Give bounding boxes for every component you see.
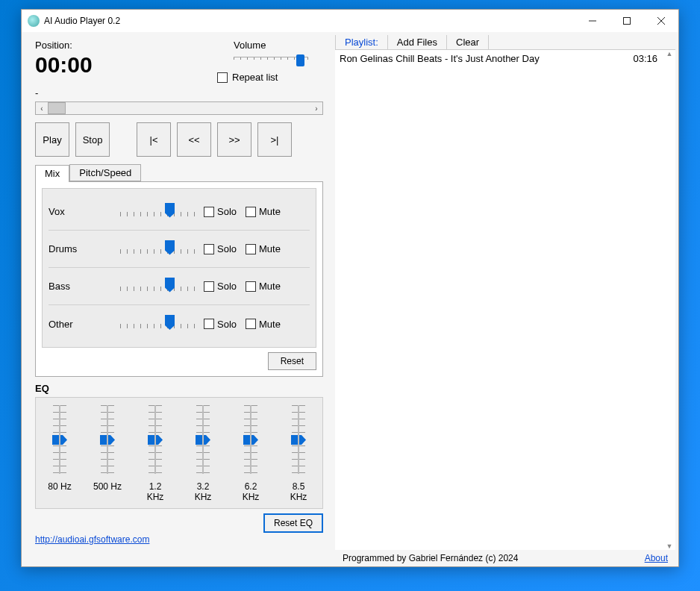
eq-panel: 80 Hz 500 Hz 1.2 KHz 3.2 KHz 6.2 KHz 8.5… bbox=[35, 397, 323, 509]
mix-slider-drums[interactable] bbox=[120, 239, 195, 260]
repeat-checkbox[interactable] bbox=[217, 72, 228, 83]
forward-button[interactable]: >> bbox=[217, 122, 251, 157]
mute-checkbox-drums[interactable] bbox=[246, 244, 256, 254]
reset-eq-button[interactable]: Reset EQ bbox=[263, 513, 323, 533]
solo-checkbox-vox[interactable] bbox=[204, 207, 214, 217]
solo-checkbox-other[interactable] bbox=[204, 319, 214, 329]
credit-text: Programmed by Gabriel Fernández (c) 2024 bbox=[343, 553, 518, 563]
window-title: AI Audio Player 0.2 bbox=[44, 16, 120, 26]
controls-panel: Position: 00:00 Volume Repeat list - bbox=[22, 32, 332, 566]
chevron-down-icon[interactable]: ▼ bbox=[666, 542, 673, 550]
mute-checkbox-vox[interactable] bbox=[246, 207, 256, 217]
app-window: AI Audio Player 0.2 Position: 00:00 Vol bbox=[21, 9, 679, 567]
eq-heading: EQ bbox=[35, 383, 323, 394]
minimize-button[interactable] bbox=[575, 10, 610, 32]
mix-slider-vox[interactable] bbox=[120, 201, 195, 222]
eq-slider-500hz[interactable] bbox=[93, 405, 122, 474]
about-link[interactable]: About bbox=[645, 553, 668, 563]
mix-label: Bass bbox=[49, 281, 116, 292]
eq-slider-1.2khz[interactable] bbox=[140, 405, 170, 474]
playlist-scrollbar[interactable]: ▲ ▼ bbox=[663, 50, 675, 550]
play-button[interactable]: Play bbox=[35, 122, 69, 157]
chevron-left-icon[interactable]: ‹ bbox=[36, 104, 48, 113]
add-files-button[interactable]: Add Files bbox=[388, 35, 447, 49]
status-footer: Programmed by Gabriel Fernández (c) 2024… bbox=[335, 550, 675, 566]
playlist-panel: Playlist: Add Files Clear Ron Gelinas Ch… bbox=[332, 32, 678, 566]
eq-band-label: 8.5 KHz bbox=[284, 481, 313, 502]
mix-row-drums: Drums Solo Mute bbox=[49, 231, 310, 268]
titlebar: AI Audio Player 0.2 bbox=[22, 10, 678, 32]
playlist-item-duration: 03:16 bbox=[633, 53, 657, 64]
reset-mix-button[interactable]: Reset bbox=[268, 352, 316, 370]
svg-rect-1 bbox=[624, 18, 631, 25]
first-button[interactable]: |< bbox=[137, 122, 171, 157]
solo-checkbox-drums[interactable] bbox=[204, 244, 214, 254]
mute-checkbox-bass[interactable] bbox=[246, 281, 256, 292]
eq-band-label: 6.2 KHz bbox=[236, 481, 266, 502]
eq-band-label: 1.2 KHz bbox=[140, 481, 170, 502]
playlist-label: Playlist: bbox=[335, 35, 388, 49]
stop-button[interactable]: Stop bbox=[75, 122, 110, 157]
clear-playlist-button[interactable]: Clear bbox=[447, 35, 489, 49]
current-file-label: - bbox=[35, 87, 323, 98]
playlist-item-title: Ron Gelinas Chill Beats - It's Just Anot… bbox=[340, 53, 540, 64]
position-scrollbar[interactable]: ‹ › bbox=[35, 101, 323, 115]
mix-slider-other[interactable] bbox=[120, 313, 195, 334]
website-link[interactable]: http://audioai.gfsoftware.com bbox=[35, 534, 149, 545]
repeat-label: Repeat list bbox=[232, 72, 278, 83]
solo-checkbox-bass[interactable] bbox=[204, 281, 214, 292]
tab-pitch-speed[interactable]: Pitch/Speed bbox=[69, 164, 141, 181]
maximize-button[interactable] bbox=[610, 10, 644, 32]
mix-label: Other bbox=[49, 319, 116, 330]
mute-checkbox-other[interactable] bbox=[246, 319, 256, 329]
mix-panel: Vox Solo Mute Drums Solo Mute Bass bbox=[35, 181, 323, 377]
rewind-button[interactable]: << bbox=[177, 122, 211, 157]
playlist-body[interactable]: Ron Gelinas Chill Beats - It's Just Anot… bbox=[335, 50, 675, 550]
chevron-up-icon[interactable]: ▲ bbox=[666, 50, 673, 57]
mix-row-vox: Vox Solo Mute bbox=[49, 193, 310, 231]
mix-row-other: Other Solo Mute bbox=[49, 305, 310, 343]
playlist-item[interactable]: Ron Gelinas Chill Beats - It's Just Anot… bbox=[335, 50, 675, 67]
eq-slider-8.5khz[interactable] bbox=[284, 405, 313, 474]
eq-slider-6.2khz[interactable] bbox=[236, 405, 266, 474]
mix-slider-bass[interactable] bbox=[120, 276, 195, 297]
mix-label: Vox bbox=[49, 206, 116, 217]
eq-band-label: 3.2 KHz bbox=[188, 481, 218, 502]
eq-band-label: 500 Hz bbox=[93, 481, 122, 502]
chevron-right-icon[interactable]: › bbox=[310, 104, 322, 113]
tab-mix[interactable]: Mix bbox=[35, 165, 69, 182]
position-label: Position: bbox=[35, 40, 93, 51]
volume-label: Volume bbox=[234, 40, 323, 51]
eq-slider-80hz[interactable] bbox=[45, 405, 75, 474]
app-icon bbox=[28, 15, 40, 27]
mix-label: Drums bbox=[49, 243, 116, 254]
close-button[interactable] bbox=[644, 10, 678, 32]
volume-slider[interactable] bbox=[234, 52, 308, 69]
eq-band-label: 80 Hz bbox=[45, 481, 75, 502]
eq-slider-3.2khz[interactable] bbox=[188, 405, 218, 474]
position-time: 00:00 bbox=[35, 52, 93, 78]
last-button[interactable]: >| bbox=[257, 122, 292, 157]
mix-row-bass: Bass Solo Mute bbox=[49, 268, 310, 305]
